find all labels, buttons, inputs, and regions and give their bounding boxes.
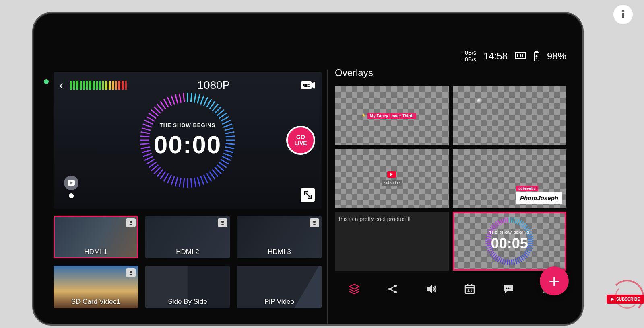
svg-line-13: [204, 97, 208, 106]
add-overlay-button[interactable]: +: [540, 266, 569, 295]
left-pane: ‹ 1080P REC THE SHOW BEGINS 00:00 GOLIVE: [45, 70, 327, 324]
svg-line-10: [194, 94, 196, 103]
youtube-icon: [64, 176, 78, 190]
svg-line-120: [497, 257, 500, 262]
svg-line-79: [184, 93, 184, 102]
svg-line-45: [184, 178, 184, 188]
svg-line-32: [221, 160, 229, 164]
svg-point-155: [510, 288, 511, 289]
countdown-time: 00:00: [137, 130, 238, 159]
record-icon[interactable]: REC: [301, 80, 316, 91]
svg-line-48: [171, 176, 175, 185]
svg-line-55: [149, 162, 156, 167]
bottom-nav: 1:1: [335, 276, 566, 302]
svg-text:REC: REC: [302, 84, 310, 88]
subscribe-button[interactable]: SUBSCRIBE: [607, 295, 644, 304]
overlay-subscribe[interactable]: Subscribe: [335, 149, 449, 208]
svg-line-38: [207, 173, 212, 181]
svg-line-89: [517, 219, 519, 224]
source-hdmi-2[interactable]: HDMI 2: [145, 216, 230, 258]
source-sd-card-video1[interactable]: SD Card Video1: [54, 266, 138, 308]
source-label: SD Card Video1: [54, 298, 138, 306]
svg-line-113: [513, 259, 514, 265]
youtube-play-icon: [387, 171, 396, 178]
go-live-button[interactable]: GOLIVE: [286, 126, 315, 155]
nav-share-icon[interactable]: [387, 283, 399, 295]
network-rates: 0B/s 0B/s: [460, 49, 476, 63]
svg-line-37: [209, 172, 215, 179]
source-label: PiP Video: [237, 298, 322, 306]
overlay-countdown[interactable]: THE SHOW BEGINS 00:05: [453, 212, 567, 271]
battery-percent: 98%: [547, 51, 566, 62]
source-hdmi-3[interactable]: HDMI 3: [237, 216, 322, 258]
svg-line-143: [504, 217, 506, 223]
svg-line-40: [200, 176, 204, 185]
overlays-grid: My Fancy Lower Third! Subscribe PhotoJos…: [335, 86, 566, 271]
overlay-text-ticker[interactable]: this is a pretty cool product t!: [335, 212, 449, 271]
info-icon[interactable]: i: [613, 5, 633, 24]
sources-grid: HDMI 1HDMI 2HDMI 3SD Card Video1Side By …: [54, 216, 322, 308]
person-icon: [310, 218, 319, 227]
device-frame: 0B/s 0B/s 14:58 98% ‹ 1080P REC: [32, 12, 584, 326]
back-icon[interactable]: ‹: [59, 78, 64, 92]
overlay-brand[interactable]: PhotoJoseph: [453, 149, 567, 208]
source-pip-video[interactable]: PiP Video: [237, 266, 322, 308]
countdown-ring: THE SHOW BEGINS 00:00: [137, 90, 238, 191]
overlay-lower-third[interactable]: My Fancy Lower Third!: [335, 86, 449, 145]
svg-line-144: [507, 217, 507, 223]
nav-audio-icon[interactable]: [425, 283, 438, 295]
svg-line-69: [149, 113, 156, 118]
svg-line-90: [519, 220, 522, 225]
nav-overlays-icon[interactable]: [348, 283, 360, 295]
program-preview[interactable]: ‹ 1080P REC THE SHOW BEGINS 00:00 GOLIVE: [54, 72, 322, 209]
svg-rect-1: [517, 54, 518, 57]
svg-line-141: [500, 219, 502, 224]
source-side-by-side[interactable]: Side By Side: [145, 266, 230, 308]
svg-line-43: [191, 178, 192, 188]
svg-line-140: [497, 220, 500, 225]
platform-indicator[interactable]: [64, 176, 78, 198]
overlay-countdown-label: THE SHOW BEGINS: [453, 230, 567, 234]
resolution-label: 1080P: [197, 79, 230, 92]
svg-line-15: [209, 101, 215, 109]
clock-time: 14:58: [483, 51, 508, 62]
svg-point-82: [221, 221, 224, 223]
svg-line-41: [198, 177, 200, 186]
svg-line-78: [180, 94, 181, 103]
ball-icon: [477, 98, 483, 104]
svg-line-47: [175, 177, 178, 186]
svg-text:1:1: 1:1: [467, 289, 473, 293]
svg-line-75: [167, 97, 171, 106]
svg-line-118: [502, 259, 504, 264]
svg-line-73: [160, 101, 165, 109]
svg-rect-3: [522, 54, 523, 57]
svg-line-39: [204, 175, 208, 183]
svg-line-116: [507, 260, 507, 265]
svg-line-77: [175, 94, 178, 103]
nav-chat-icon[interactable]: [502, 283, 514, 295]
svg-line-68: [147, 117, 155, 121]
nav-schedule-icon[interactable]: 1:1: [464, 283, 476, 295]
svg-line-111: [517, 258, 519, 263]
svg-line-33: [219, 162, 227, 167]
source-label: HDMI 3: [237, 248, 322, 256]
svg-line-76: [171, 96, 175, 105]
right-pane: Overlays My Fancy Lower Third! Subscribe: [327, 70, 570, 324]
charging-icon: [533, 51, 540, 62]
svg-line-56: [147, 160, 155, 164]
source-hdmi-1[interactable]: HDMI 1: [54, 216, 138, 258]
svg-point-81: [130, 221, 132, 223]
svg-point-153: [506, 288, 508, 289]
expand-button[interactable]: [301, 188, 315, 202]
status-bar: 0B/s 0B/s 14:58 98%: [460, 49, 566, 63]
svg-line-11: [198, 94, 200, 103]
svg-line-42: [194, 178, 196, 187]
svg-rect-2: [520, 54, 521, 57]
subscribe-label: Subscribe: [382, 180, 402, 186]
overlay-countdown-time: 00:05: [453, 235, 567, 252]
person-icon: [218, 218, 227, 227]
status-dot-icon: [44, 79, 49, 84]
ticker-text: this is a pretty cool product t!: [339, 216, 411, 222]
svg-line-49: [167, 175, 171, 183]
overlay-ball[interactable]: [453, 86, 567, 145]
